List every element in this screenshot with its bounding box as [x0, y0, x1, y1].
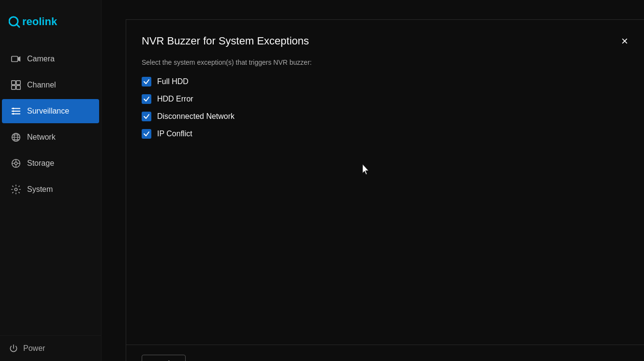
checkbox-full-hdd-label: Full HDD — [157, 77, 189, 86]
checkbox-ip-conflict[interactable]: IP Conflict — [142, 129, 632, 139]
dialog-title: NVR Buzzer for System Exceptions — [142, 35, 309, 47]
svg-marker-4 — [18, 57, 20, 62]
network-icon — [11, 132, 21, 143]
sidebar-item-surveillance-label: Surveillance — [27, 107, 69, 116]
svg-point-12 — [13, 108, 15, 110]
checkbox-ip-conflict-box — [142, 129, 151, 139]
svg-point-26 — [15, 188, 17, 191]
power-label: Power — [23, 344, 45, 353]
sidebar-item-surveillance[interactable]: Surveillance — [2, 99, 99, 123]
reolink-logo: reolink — [9, 11, 76, 32]
svg-text:reolink: reolink — [22, 15, 58, 28]
dialog-body: Select the system exception(s) that trig… — [126, 54, 644, 161]
checkbox-ip-conflict-label: IP Conflict — [157, 130, 192, 138]
dialog-footer: Back — [126, 345, 644, 361]
svg-point-13 — [13, 110, 15, 112]
sidebar-item-camera[interactable]: Camera — [2, 47, 99, 71]
sidebar-item-storage[interactable]: Storage — [2, 151, 99, 175]
storage-icon — [11, 158, 21, 169]
checkbox-disconnected-network-label: Disconnected Network — [157, 112, 234, 121]
sidebar-item-system[interactable]: System — [2, 177, 99, 202]
sidebar-item-network[interactable]: Network — [2, 125, 99, 149]
nav-items: Camera Channel — [0, 46, 101, 335]
surveillance-icon — [11, 106, 21, 116]
channel-icon — [11, 80, 21, 90]
sidebar-item-channel[interactable]: Channel — [2, 73, 99, 97]
back-button[interactable]: Back — [142, 355, 186, 361]
power-area: Power — [0, 335, 101, 361]
camera-icon — [11, 54, 21, 64]
svg-rect-5 — [12, 81, 15, 85]
sidebar: reolink Camera Chan — [0, 0, 102, 361]
svg-rect-8 — [16, 86, 20, 89]
sidebar-item-storage-label: Storage — [27, 159, 54, 168]
svg-rect-6 — [16, 81, 20, 85]
checkbox-disconnected-network-box — [142, 112, 151, 121]
dialog-subtitle: Select the system exception(s) that trig… — [142, 58, 632, 66]
dialog-header: NVR Buzzer for System Exceptions × — [126, 20, 644, 54]
nvr-buzzer-dialog: NVR Buzzer for System Exceptions × Selec… — [126, 19, 644, 361]
sidebar-item-channel-label: Channel — [27, 81, 56, 89]
checkbox-full-hdd[interactable]: Full HDD — [142, 77, 632, 87]
power-button[interactable]: Power — [9, 344, 92, 353]
close-button[interactable]: × — [617, 33, 632, 49]
checkbox-hdd-error-label: HDD Error — [157, 95, 193, 103]
sidebar-item-network-label: Network — [27, 133, 56, 142]
checkbox-hdd-error-box — [142, 94, 151, 104]
logo-area: reolink — [0, 0, 101, 46]
system-icon — [11, 184, 21, 195]
power-icon — [9, 344, 18, 353]
main-content: NVR Buzzer for System Exceptions × Selec… — [102, 0, 644, 361]
svg-rect-7 — [12, 86, 15, 89]
svg-point-21 — [15, 162, 17, 165]
svg-point-14 — [13, 113, 15, 115]
svg-rect-3 — [12, 57, 18, 62]
sidebar-item-system-label: System — [27, 185, 53, 194]
dialog-empty-area — [126, 161, 644, 345]
checkbox-disconnected-network[interactable]: Disconnected Network — [142, 112, 632, 121]
checkbox-full-hdd-box — [142, 77, 151, 87]
svg-line-1 — [16, 24, 19, 27]
checkbox-hdd-error[interactable]: HDD Error — [142, 94, 632, 104]
sidebar-item-camera-label: Camera — [27, 55, 55, 63]
